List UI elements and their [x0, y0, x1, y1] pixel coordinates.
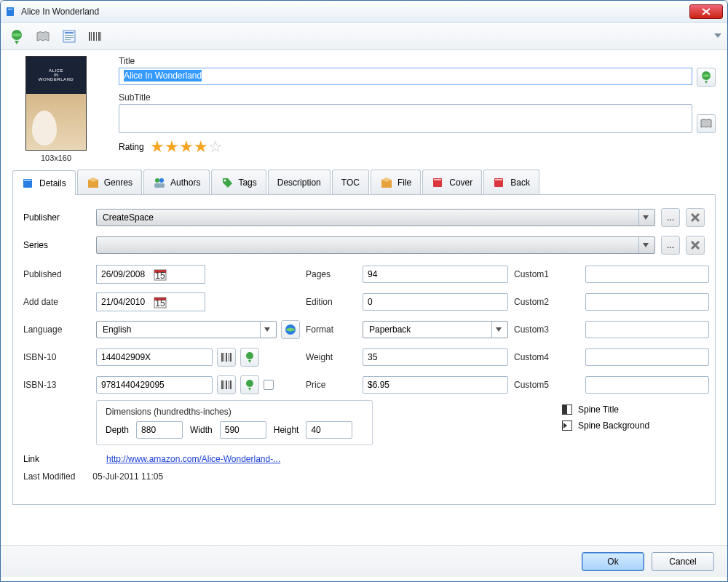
price-label: Price — [306, 380, 357, 390]
publisher-select[interactable]: CreateSpace — [96, 209, 655, 226]
rating-stars[interactable]: ★ ★ ★ ★ ☆ — [150, 139, 223, 155]
svg-rect-4 — [65, 32, 74, 33]
subtitle-input[interactable] — [119, 104, 692, 133]
weight-label: Weight — [306, 352, 357, 362]
cancel-button[interactable]: Cancel — [652, 552, 714, 571]
title-fetch-button[interactable] — [697, 68, 716, 87]
barcode-icon — [221, 352, 232, 362]
tab-details[interactable]: Details — [12, 170, 76, 195]
tab-cover[interactable]: Cover — [422, 170, 482, 194]
language-select[interactable]: English — [96, 321, 277, 338]
chevron-down-icon — [491, 322, 505, 338]
adddate-input[interactable]: 21/04/201015 — [96, 292, 205, 311]
isbn10-input[interactable] — [96, 348, 213, 366]
cover-thumbnail[interactable] — [25, 56, 87, 151]
tag-icon — [221, 176, 234, 189]
series-clear-button[interactable] — [686, 236, 705, 255]
window-title: Alice In Wonderland — [21, 7, 689, 17]
svg-rect-13 — [100, 32, 101, 41]
title-input[interactable]: Alice In Wonderland — [119, 68, 692, 85]
people-icon — [153, 176, 166, 189]
svg-rect-6 — [65, 37, 74, 38]
custom4-label: Custom4 — [514, 352, 579, 362]
height-label: Height — [274, 425, 299, 435]
isbn13-fetch-button[interactable] — [240, 375, 259, 394]
isbn13-checkbox[interactable] — [264, 380, 274, 390]
svg-rect-8 — [89, 32, 90, 41]
toolbar-download-web[interactable] — [7, 26, 27, 47]
custom5-input[interactable] — [585, 376, 709, 394]
adddate-label: Add date — [23, 297, 90, 307]
pages-input[interactable] — [363, 266, 508, 283]
depth-input[interactable] — [136, 421, 183, 439]
custom2-input[interactable] — [585, 293, 709, 311]
link-url[interactable]: http://www.amazon.com/Alice-Wonderland-.… — [106, 454, 280, 464]
close-icon — [702, 8, 711, 15]
isbn10-fetch-button[interactable] — [240, 348, 259, 367]
calendar-icon[interactable]: 15 — [154, 295, 202, 308]
isbn13-barcode-button[interactable] — [217, 375, 236, 394]
custom1-input[interactable] — [585, 266, 709, 283]
height-input[interactable] — [306, 421, 352, 439]
rating-label: Rating — [119, 142, 144, 152]
footer: Ok Cancel — [1, 545, 727, 577]
series-browse-button[interactable]: ... — [661, 236, 680, 255]
custom3-label: Custom3 — [514, 324, 579, 335]
svg-point-19 — [159, 178, 164, 183]
language-label: Language — [23, 324, 90, 335]
toolbar-scan-book[interactable] — [33, 26, 53, 47]
tab-back[interactable]: Back — [483, 170, 539, 194]
toolbar-form[interactable] — [59, 26, 79, 47]
depth-label: Depth — [106, 425, 129, 435]
svg-text:15: 15 — [155, 271, 165, 281]
spine-bg-icon — [562, 420, 572, 431]
tab-description[interactable]: Description — [268, 170, 331, 194]
format-select[interactable]: Paperback — [363, 321, 508, 338]
publisher-browse-button[interactable]: ... — [661, 208, 680, 227]
spine-title-row[interactable]: Spine Title — [562, 404, 649, 415]
tab-tags[interactable]: Tags — [211, 170, 266, 194]
svg-rect-5 — [65, 35, 74, 36]
toolbar-dropdown-icon[interactable] — [714, 31, 721, 41]
toolbar-barcode[interactable] — [85, 26, 106, 47]
tab-file[interactable]: File — [371, 170, 421, 194]
toolbar — [1, 23, 727, 50]
isbn10-barcode-button[interactable] — [217, 348, 236, 367]
tab-genres[interactable]: Genres — [77, 170, 142, 194]
series-select[interactable] — [96, 236, 655, 254]
weight-input[interactable] — [363, 348, 508, 366]
custom4-input[interactable] — [585, 348, 709, 366]
content: 103x160 Title Alice In Wonderland SubTit… — [1, 50, 727, 545]
published-date-input[interactable]: 26/09/200815 — [96, 265, 205, 284]
spine-title-icon — [562, 404, 572, 415]
width-input[interactable] — [220, 421, 266, 439]
star-icon: ★ — [165, 139, 179, 155]
ok-button[interactable]: Ok — [582, 552, 644, 571]
link-label: Link — [23, 454, 84, 464]
tab-toc[interactable]: TOC — [332, 170, 369, 194]
publisher-clear-button[interactable] — [686, 208, 705, 227]
tab-authors[interactable]: Authors — [143, 170, 210, 194]
spine-background-row[interactable]: Spine Background — [562, 420, 649, 431]
edition-input[interactable] — [363, 293, 508, 311]
close-button[interactable] — [689, 4, 723, 19]
svg-point-39 — [246, 352, 253, 359]
edition-label: Edition — [306, 297, 357, 307]
book-icon — [5, 6, 17, 17]
titlebar: Alice In Wonderland — [1, 1, 727, 23]
svg-rect-42 — [226, 380, 227, 389]
book-red-icon — [493, 176, 506, 189]
svg-rect-0 — [7, 7, 14, 16]
custom3-input[interactable] — [585, 321, 709, 338]
svg-rect-9 — [91, 32, 92, 41]
calendar-icon[interactable]: 15 — [154, 268, 202, 281]
x-icon — [690, 212, 700, 223]
svg-rect-26 — [495, 179, 502, 180]
custom2-label: Custom2 — [514, 297, 579, 307]
price-input[interactable] — [363, 376, 508, 394]
subtitle-book-button[interactable] — [697, 114, 716, 133]
isbn13-input[interactable] — [96, 376, 213, 394]
language-globe-button[interactable] — [281, 320, 300, 339]
x-icon — [690, 240, 700, 250]
chevron-down-icon — [638, 210, 652, 226]
